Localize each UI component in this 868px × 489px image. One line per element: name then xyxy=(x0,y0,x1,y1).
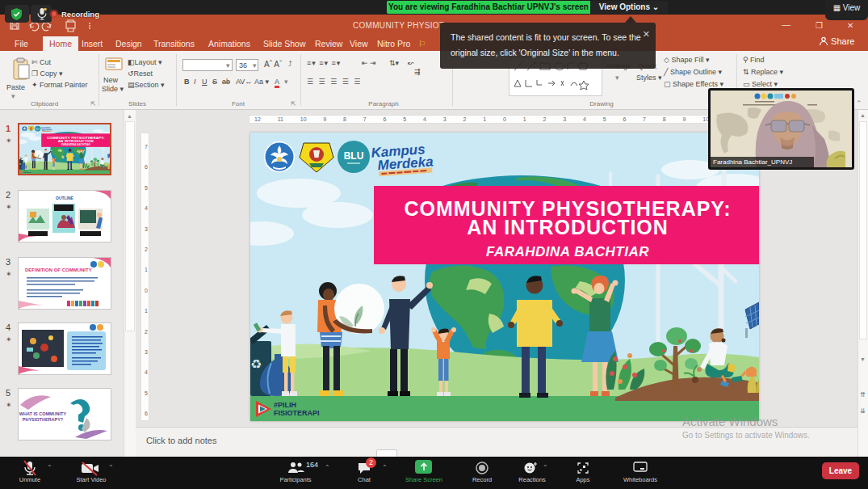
svg-text:OUTLINE: OUTLINE xyxy=(56,196,74,200)
svg-text:PHYSIOTHERAPY?: PHYSIOTHERAPY? xyxy=(23,417,64,422)
svg-text:DEFINITION OF COMMUNITY: DEFINITION OF COMMUNITY xyxy=(25,268,92,272)
svg-text:WHAT IS COMMUNITY: WHAT IS COMMUNITY xyxy=(19,411,67,416)
